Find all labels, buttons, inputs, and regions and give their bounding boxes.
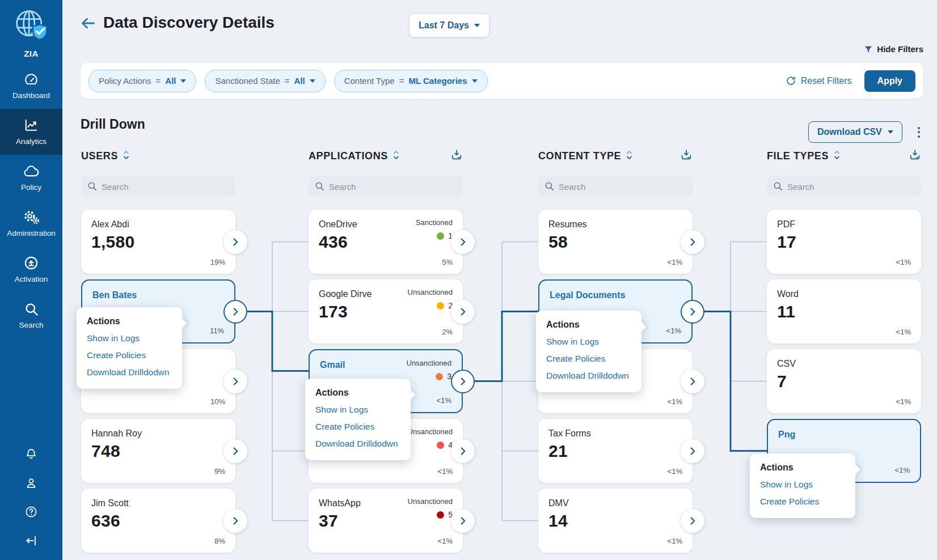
sort-icon[interactable] (626, 150, 633, 163)
popup-item-download-drilldodwn[interactable]: Download Drilldodwn (546, 367, 631, 384)
sidebar-item-label: Activation (0, 275, 62, 283)
card-applications-1[interactable]: Google Dirve1732%Unsanctioned2 (309, 279, 463, 343)
reset-filters-button[interactable]: Reset Filters (786, 75, 852, 86)
popup-header: Actions (87, 314, 172, 330)
sidebar-item-label: Analytics (0, 137, 62, 146)
card-name: CSV (777, 359, 911, 369)
expand-chevron-button[interactable] (451, 230, 475, 254)
card-count: 14 (548, 511, 682, 531)
expand-chevron-button[interactable] (681, 230, 704, 254)
expand-chevron-button[interactable] (223, 300, 247, 324)
card-count: 21 (548, 442, 682, 461)
sanctioned-state-label: Unsanctioned (408, 427, 453, 436)
user-icon[interactable] (24, 476, 38, 490)
back-button[interactable] (79, 15, 96, 32)
column-download-icon[interactable] (680, 149, 693, 163)
card-content-type-0[interactable]: Resumes58<1% (538, 210, 693, 274)
popup-item-create-policies[interactable]: Create Policies (760, 493, 845, 510)
sanctioned-state-label: Unsanctioned (408, 288, 453, 296)
filter-pill-content-type[interactable]: Content Type=ML Categories (334, 70, 488, 92)
search-input[interactable] (309, 176, 463, 197)
sanctioned-state-label: Unsanctioned (408, 497, 453, 506)
card-users-4[interactable]: Jim Scott6368% (81, 489, 235, 553)
card-applications-0[interactable]: OneDrive4365%Sanctioned1 (309, 210, 463, 274)
popup-item-create-policies[interactable]: Create Policies (87, 347, 172, 364)
date-range-dropdown[interactable]: Last 7 Days (410, 14, 489, 37)
column-title: FILE TYPES (767, 150, 829, 162)
sidebar-item-dashboard[interactable]: Dashboard (0, 63, 62, 109)
column-download-icon[interactable] (909, 149, 921, 163)
expand-chevron-button[interactable] (223, 230, 247, 254)
drilldown-title: Drill Down (81, 117, 145, 132)
search-input[interactable] (767, 176, 921, 197)
expand-chevron-button[interactable] (451, 370, 475, 393)
chevron-right-icon (457, 306, 469, 318)
policy-cloud-icon (0, 163, 62, 180)
popup-item-create-policies[interactable]: Create Policies (546, 350, 631, 367)
sidebar-item-label: Dashboard (0, 91, 62, 100)
card-percent: <1% (668, 537, 682, 545)
chevron-right-icon (229, 375, 242, 388)
card-count: 436 (319, 232, 453, 252)
more-options-kebab[interactable] (914, 122, 923, 142)
sidebar-item-analytics[interactable]: Analytics (0, 109, 62, 155)
expand-chevron-button[interactable] (681, 300, 704, 324)
hide-filters-button[interactable]: Hide Filters (864, 44, 923, 54)
logout-icon[interactable] (24, 534, 38, 548)
refresh-icon (786, 75, 796, 86)
card-count: 37 (319, 511, 453, 531)
sidebar-item-policy[interactable]: Policy (0, 155, 62, 201)
filter-pill-sanctioned-state[interactable]: Sanctioned State=All (205, 70, 325, 92)
sort-icon[interactable] (123, 150, 130, 163)
expand-chevron-button[interactable] (451, 439, 475, 463)
expand-chevron-button[interactable] (223, 439, 247, 463)
expand-chevron-button[interactable] (451, 509, 475, 533)
sanctioned-state-label: Sanctioned (416, 218, 453, 227)
download-csv-button[interactable]: Download CSV (808, 121, 902, 143)
card-users-0[interactable]: Alex Abdi1,58019% (81, 210, 235, 274)
card-content-type-4[interactable]: DMV14<1% (538, 489, 693, 553)
sidebar-item-activation[interactable]: Activation (0, 247, 62, 292)
popup-item-show-in-logs[interactable]: Show in Logs (315, 401, 400, 418)
sort-icon[interactable] (392, 150, 400, 163)
expand-chevron-button[interactable] (451, 300, 475, 324)
card-percent: 11% (210, 326, 224, 335)
expand-chevron-button[interactable] (223, 509, 247, 533)
bell-icon[interactable] (24, 447, 38, 461)
card-count: 1,580 (91, 232, 225, 252)
card-name: DMV (548, 498, 682, 508)
chevron-right-icon (457, 375, 469, 388)
risk-dot (436, 373, 443, 380)
sort-icon[interactable] (833, 150, 841, 163)
card-content-type-3[interactable]: Tax Forms21<1% (538, 419, 693, 483)
popup-item-download-drilldodwn[interactable]: Download Drilldodwn (315, 435, 400, 452)
expand-chevron-button[interactable] (223, 370, 247, 393)
popup-item-show-in-logs[interactable]: Show in Logs (87, 330, 172, 347)
zia-logo[interactable]: ZIA (0, 0, 62, 63)
card-file-types-0[interactable]: PDF17<1% (767, 210, 921, 274)
expand-chevron-button[interactable] (681, 509, 704, 533)
apply-button[interactable]: Apply (864, 70, 915, 92)
card-users-3[interactable]: Hannah Roy7489% (81, 419, 235, 483)
sidebar-item-search[interactable]: Search (0, 292, 62, 338)
expand-chevron-button[interactable] (681, 439, 704, 463)
help-icon[interactable] (24, 505, 38, 519)
card-applications-4[interactable]: WhatsApp37<1%Unsanctioned5 (309, 489, 463, 553)
card-file-types-1[interactable]: Word11<1% (767, 279, 921, 343)
popup-header: Actions (315, 385, 400, 401)
column-title: APPLICATIONS (309, 150, 388, 162)
popup-item-show-in-logs[interactable]: Show in Logs (760, 476, 845, 493)
search-input[interactable] (538, 176, 693, 197)
popup-item-download-drilldodwn[interactable]: Download Drilldodwn (87, 364, 172, 381)
card-file-types-2[interactable]: CSV7<1% (767, 349, 921, 413)
expand-chevron-button[interactable] (681, 370, 704, 393)
filter-pill-policy-actions[interactable]: Policy Actions=All (88, 70, 196, 92)
card-percent: 2% (442, 328, 453, 336)
sidebar-item-administration[interactable]: Administration (0, 201, 62, 247)
popup-item-create-policies[interactable]: Create Policies (315, 418, 400, 435)
card-percent: <1% (896, 328, 911, 336)
card-percent: <1% (666, 326, 681, 335)
search-input[interactable] (81, 176, 235, 197)
column-download-icon[interactable] (450, 149, 463, 163)
popup-item-show-in-logs[interactable]: Show in Logs (546, 333, 631, 350)
